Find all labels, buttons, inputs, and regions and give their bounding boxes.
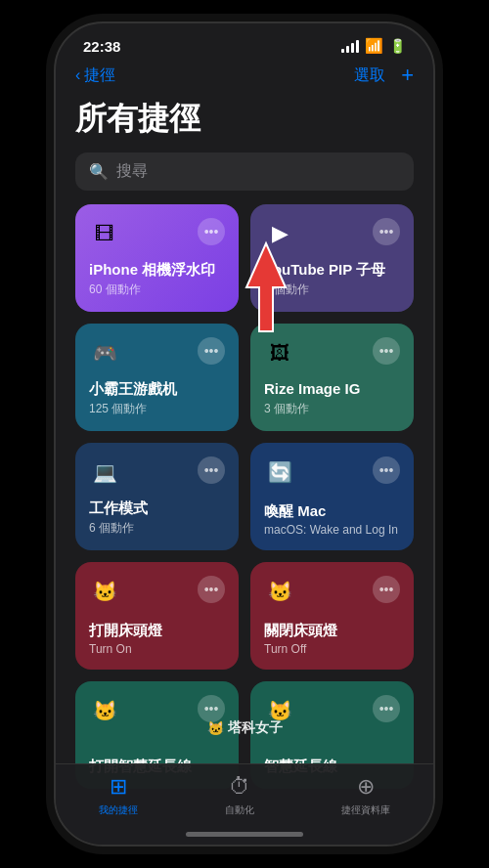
card-title-6: 喚醒 Mac bbox=[264, 502, 400, 520]
back-label: 捷徑 bbox=[84, 65, 115, 86]
tab-label-gallery: 捷徑資料庫 bbox=[341, 803, 390, 817]
card-icon-2: ▶ bbox=[264, 218, 295, 249]
card-subtitle-1: 60 個動作 bbox=[89, 282, 225, 298]
card-menu-4[interactable]: ••• bbox=[373, 337, 400, 365]
card-subtitle-4: 3 個動作 bbox=[264, 401, 400, 417]
card-header-3: 🎮 ••• bbox=[89, 337, 225, 369]
card-title-1: iPhone 相機浮水印 bbox=[89, 261, 225, 279]
card-menu-5[interactable]: ••• bbox=[198, 456, 225, 484]
tab-icon-shortcuts: ⊞ bbox=[110, 774, 127, 800]
tab-label-automation: 自動化 bbox=[225, 803, 254, 817]
card-menu-6[interactable]: ••• bbox=[373, 456, 400, 484]
card-title-3: 小霸王游戲机 bbox=[89, 380, 225, 398]
card-header-2: ▶ ••• bbox=[264, 218, 400, 249]
card-menu-3[interactable]: ••• bbox=[198, 337, 225, 365]
card-header-5: 💻 ••• bbox=[89, 456, 225, 488]
select-button[interactable]: 選取 bbox=[354, 65, 385, 86]
card-icon-7: 🐱 bbox=[89, 576, 120, 607]
nav-bar: ‹ 捷徑 選取 + bbox=[56, 61, 433, 94]
card-title-5: 工作模式 bbox=[89, 499, 225, 517]
card-icon-8: 🐱 bbox=[264, 576, 295, 607]
chevron-left-icon: ‹ bbox=[75, 66, 80, 84]
card-menu-1[interactable]: ••• bbox=[198, 218, 225, 245]
tab-icon-gallery: ⊕ bbox=[357, 774, 375, 800]
wifi-icon: 📶 bbox=[365, 37, 383, 55]
page-title: 所有捷徑 bbox=[56, 94, 433, 152]
card-header-9: 🐱 ••• bbox=[89, 695, 225, 726]
card-header-4: 🖼 ••• bbox=[264, 337, 400, 369]
watermark-text: 塔科女子 bbox=[228, 719, 283, 737]
card-subtitle-3: 125 個動作 bbox=[89, 401, 225, 417]
shortcut-card-6[interactable]: 🔄 ••• 喚醒 Mac macOS: Wake and Log In bbox=[250, 443, 414, 550]
card-subtitle-6: macOS: Wake and Log In bbox=[264, 523, 400, 537]
tab-label-shortcuts: 我的捷徑 bbox=[99, 803, 138, 817]
shortcut-card-2[interactable]: ▶ ••• YouTube PIP 子母 1 個動作 bbox=[250, 204, 414, 312]
shortcut-card-4[interactable]: 🖼 ••• Rize Image IG 3 個動作 bbox=[250, 324, 414, 431]
card-title-2: YouTube PIP 子母 bbox=[264, 261, 400, 279]
card-header-1: 🎞 ••• bbox=[89, 218, 225, 249]
watermark-emoji: 🐱 bbox=[207, 720, 224, 736]
card-subtitle-5: 6 個動作 bbox=[89, 520, 225, 537]
card-icon-1: 🎞 bbox=[89, 218, 120, 249]
card-header-8: 🐱 ••• bbox=[264, 576, 400, 607]
card-icon-9: 🐱 bbox=[89, 695, 120, 726]
card-subtitle-8: Turn Off bbox=[264, 642, 400, 656]
watermark: 🐱 塔科女子 bbox=[207, 719, 283, 737]
nav-actions: 選取 + bbox=[354, 63, 414, 88]
status-bar: 22:38 📶 🔋 bbox=[56, 23, 433, 61]
card-title-4: Rize Image IG bbox=[264, 380, 400, 398]
home-indicator bbox=[186, 832, 303, 837]
card-subtitle-2: 1 個動作 bbox=[264, 282, 400, 298]
card-subtitle-7: Turn On bbox=[89, 642, 225, 656]
shortcut-card-8[interactable]: 🐱 ••• 關閉床頭燈 Turn Off bbox=[250, 562, 414, 670]
search-placeholder: 搜尋 bbox=[116, 161, 148, 182]
card-title-8: 關閉床頭燈 bbox=[264, 622, 400, 639]
card-menu-7[interactable]: ••• bbox=[198, 576, 225, 603]
card-header-7: 🐱 ••• bbox=[89, 576, 225, 607]
time-label: 22:38 bbox=[83, 38, 120, 55]
card-menu-9[interactable]: ••• bbox=[198, 695, 225, 722]
signal-icon bbox=[341, 40, 359, 53]
tab-automation[interactable]: ⏱ 自動化 bbox=[225, 774, 254, 817]
shortcut-card-7[interactable]: 🐱 ••• 打開床頭燈 Turn On bbox=[75, 562, 239, 670]
status-icons: 📶 🔋 bbox=[341, 37, 406, 55]
tab-my-shortcuts[interactable]: ⊞ 我的捷徑 bbox=[99, 774, 138, 817]
card-menu-10[interactable]: ••• bbox=[373, 695, 400, 722]
shortcuts-grid: 🎞 ••• iPhone 相機浮水印 60 個動作 ▶ ••• YouTube … bbox=[56, 204, 433, 789]
shortcut-card-1[interactable]: 🎞 ••• iPhone 相機浮水印 60 個動作 bbox=[75, 204, 239, 312]
search-bar[interactable]: 🔍 搜尋 bbox=[75, 152, 414, 191]
card-icon-6: 🔄 bbox=[264, 456, 295, 488]
card-menu-8[interactable]: ••• bbox=[373, 576, 400, 603]
tab-gallery[interactable]: ⊕ 捷徑資料庫 bbox=[341, 774, 390, 817]
shortcut-card-5[interactable]: 💻 ••• 工作模式 6 個動作 bbox=[75, 443, 239, 550]
phone-frame: 22:38 📶 🔋 ‹ 捷徑 選取 + 所有捷徑 🔍 搜尋 bbox=[54, 22, 435, 846]
battery-icon: 🔋 bbox=[389, 38, 406, 54]
back-button[interactable]: ‹ 捷徑 bbox=[75, 65, 115, 86]
card-icon-5: 💻 bbox=[89, 456, 120, 488]
card-icon-4: 🖼 bbox=[264, 337, 295, 369]
add-button[interactable]: + bbox=[401, 63, 414, 88]
card-header-6: 🔄 ••• bbox=[264, 456, 400, 488]
shortcut-card-3[interactable]: 🎮 ••• 小霸王游戲机 125 個動作 bbox=[75, 324, 239, 431]
card-icon-3: 🎮 bbox=[89, 337, 120, 369]
search-icon: 🔍 bbox=[89, 162, 109, 181]
tab-icon-automation: ⏱ bbox=[229, 774, 250, 800]
card-header-10: 🐱 ••• bbox=[264, 695, 400, 726]
card-menu-2[interactable]: ••• bbox=[373, 218, 400, 245]
card-title-7: 打開床頭燈 bbox=[89, 622, 225, 639]
